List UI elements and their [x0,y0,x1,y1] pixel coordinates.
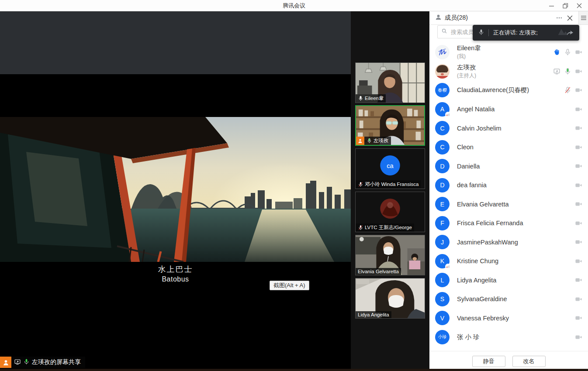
member-row[interactable]: D Daniella [429,157,588,176]
camera-off-icon[interactable] [575,68,582,75]
member-avatar: 小珍 [435,330,450,344]
member-row[interactable]: S SylvanaGeraldine [429,290,588,309]
video-thumbnail[interactable]: Elvania Gelvaretta [355,235,425,275]
more-icon [556,14,563,21]
member-name: Angel Natalia [457,106,575,113]
member-name: 张 小 珍 [457,333,575,341]
thumbnail-name-label: Elvania Gelvaretta [356,268,401,275]
camera-off-icon[interactable] [575,162,582,170]
member-avatar: E [435,197,450,211]
members-panel-title: 成员(28) [445,14,554,22]
video-thumbnail[interactable]: 左瑛孜 [355,105,425,146]
screen-share-area: 水上巴士 Batobus 截图(Alt + A) 左瑛孜的屏幕共享 [0,11,351,371]
speaking-now-text: 正在讲话: 左瑛孜; [493,29,556,37]
member-row[interactable]: V Vanessa Febresky [429,309,588,328]
member-row[interactable]: J JasminePaskahWang [429,233,588,252]
member-list: Eileen韋(我) 左瑛孜(主持人) 春樱 ClaudiaLawrence(贝… [429,43,588,351]
member-avatar: S [435,292,450,306]
mic-muted-icon [358,225,363,230]
close-icon [577,3,582,8]
member-avatar: A [435,102,450,117]
camera-off-icon[interactable] [575,333,582,341]
camera-off-icon[interactable] [575,86,582,94]
screen-share-icon [14,358,21,367]
mic-muted-icon [358,182,363,187]
camera-off-icon[interactable] [575,220,582,227]
member-name: Eileen韋 [457,44,553,52]
member-name: Cleon [457,144,575,151]
member-row[interactable]: K Kristine Chung [429,252,588,271]
members-panel: 成员(28) 正在讲话: 左瑛孜; [429,11,588,371]
member-row[interactable]: L Lidya Angelita [429,271,588,290]
rename-button[interactable]: 改名 [512,356,546,367]
member-avatar [435,45,450,59]
member-row[interactable]: E Elvania Gelvaretta [429,195,588,214]
more-options-button[interactable] [554,13,564,23]
member-row[interactable]: D dea fannia [429,176,588,195]
divider [488,29,489,36]
video-thumbnail[interactable]: ca 邓小玲 Winda Fransisca [355,148,425,189]
member-role: (我) [457,53,553,60]
member-name: Kristine Chung [457,258,575,265]
mic-active-icon [23,358,30,366]
mic-icon[interactable] [564,48,571,56]
member-role: (主持人) [457,72,553,79]
member-row[interactable]: F Frisca Felicia Fernanda [429,214,588,233]
maximize-icon [563,3,568,9]
camera-off-icon[interactable] [575,124,582,132]
menu-icon [581,15,587,21]
close-icon [567,15,573,21]
thumbnail-name-label: LVTC 王新志/George [356,223,414,232]
shared-video-frame [0,117,351,262]
video-thumbnail[interactable]: Eileen韋 [355,62,425,103]
video-thumbnail[interactable]: LVTC 王新志/George [355,192,425,232]
camera-off-icon[interactable] [575,258,582,265]
member-avatar [435,64,450,79]
camera-off-icon[interactable] [575,106,582,113]
camera-off-icon[interactable] [575,144,582,151]
member-row[interactable]: 左瑛孜(主持人) [429,62,588,81]
member-avatar: F [435,216,450,230]
maximize-button[interactable] [558,0,572,11]
speaking-now-overlay: 正在讲话: 左瑛孜; [473,25,579,41]
member-row[interactable]: 春樱 ClaudiaLawrence(贝春樱) [429,81,588,100]
camera-off-icon[interactable] [575,238,582,246]
raised-hand-icon[interactable] [553,48,560,56]
mic-muted-icon[interactable] [564,86,571,94]
video-thumbnail-strip: Eileen韋 左瑛孜 ca 邓小玲 Winda Fransisca LVTC … [351,11,429,371]
member-row[interactable]: A Angel Natalia [429,100,588,119]
panel-collapse-rail[interactable] [578,11,588,25]
camera-off-icon[interactable] [575,48,582,56]
camera-off-icon[interactable] [575,276,582,284]
member-avatar: C [435,121,450,135]
video-thumbnail[interactable]: Lidya Angelita [355,278,425,319]
screen-share-icon[interactable] [553,68,560,75]
camera-off-icon[interactable] [575,200,582,208]
member-row[interactable]: C Calvin Joshelim [429,119,588,138]
member-avatar: C [435,140,450,155]
member-name: Frisca Felicia Fernanda [457,220,575,227]
member-avatar: D [435,178,450,192]
member-row[interactable]: Eileen韋(我) [429,43,588,62]
mic-icon [358,96,363,101]
thumbnail-name-label: Eileen韋 [356,94,386,103]
mute-button[interactable]: 静音 [472,356,505,367]
camera-off-icon[interactable] [575,182,582,189]
mic-icon [478,29,484,37]
subtitle-chinese: 水上巴士 [0,264,351,275]
search-icon [441,28,447,36]
screenshot-shortcut-tooltip[interactable]: 截图(Alt + A) [270,281,309,290]
thumbnail-name-label: Lidya Angelita [356,311,391,318]
member-avatar: J [435,235,450,249]
minimize-button[interactable] [544,0,558,11]
member-name: dea fannia [457,182,575,189]
camera-off-icon[interactable] [575,295,582,303]
svg-text:ca: ca [387,162,394,169]
member-row[interactable]: C Cleon [429,138,588,157]
member-name: Calvin Joshelim [457,125,575,132]
camera-off-icon[interactable] [575,314,582,322]
member-row[interactable]: 小珍 张 小 珍 [429,328,588,347]
close-window-button[interactable] [572,0,586,11]
close-panel-button[interactable] [564,13,575,23]
mic-active-icon[interactable] [564,68,571,75]
